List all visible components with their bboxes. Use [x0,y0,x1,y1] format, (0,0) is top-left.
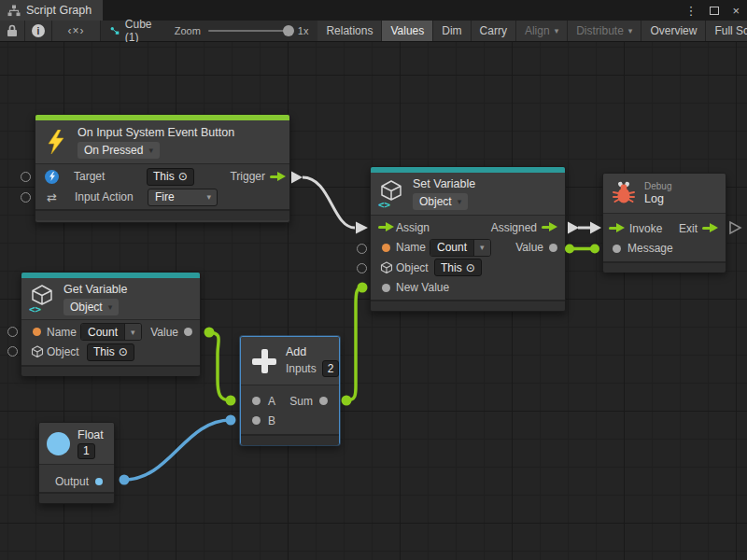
port-value-dot[interactable] [184,328,192,336]
a-label: A [268,395,275,408]
port-output-dot[interactable] [95,478,103,485]
node-title: Set Variable [413,177,475,190]
port-value-dot[interactable] [549,244,557,252]
menu-kebab-icon[interactable]: ⋮ [684,5,697,17]
lightning-icon [47,130,65,154]
setvar-scope-dropdown[interactable]: Object ▾ [413,193,468,210]
variable-cube-icon: <> [377,179,405,209]
info-icon: i [32,24,45,37]
object-picker-icon: ⊙ [466,261,475,274]
node-float-literal[interactable]: Float 1 Output [38,422,115,504]
carry-button[interactable]: Carry [472,21,516,41]
chevron-down-icon: ▾ [555,26,559,35]
wire-value-to-message[interactable] [565,245,599,254]
port-message-dot[interactable] [613,245,621,253]
event-mode-value: On Pressed [84,144,143,157]
align-button[interactable]: Align ▾ [516,21,568,41]
full-screen-button[interactable]: Full Screen [706,21,747,41]
zoom-slider-handle[interactable] [283,25,294,36]
close-icon[interactable]: × [732,5,740,17]
node-footer [371,300,565,311]
name-label: Name [47,326,80,339]
port-b-dot[interactable] [252,416,261,425]
message-label: Message [627,242,673,255]
port-event-target-input[interactable] [21,172,31,182]
object-value: This [441,261,462,274]
relations-button[interactable]: Relations [317,21,382,41]
node-debug-log[interactable]: Debug Log Invoke Exit Message [602,173,726,272]
dim-button[interactable]: Dim [433,21,471,41]
variable-name-dropdown[interactable]: Count ▾ [430,239,491,257]
chevron-down-icon: ▾ [108,302,113,312]
dim-label: Dim [442,24,461,37]
maximize-icon[interactable] [710,7,719,15]
wire-assigned-to-invoke[interactable] [568,222,601,234]
port-exit-triangle[interactable] [730,222,740,233]
values-label: Values [390,24,424,37]
node-add[interactable]: Add Inputs 2 A Sum [240,336,340,445]
flow-arrow-icon[interactable] [270,172,286,182]
port-getvar-name-input[interactable] [7,327,18,337]
object-field[interactable]: This ⊙ [434,259,482,276]
wire-getvalue-to-a[interactable] [204,328,236,406]
input-action-dropdown[interactable]: Fire ▾ [148,189,218,206]
variable-name-value: Count [430,240,473,256]
flow-arrow-icon[interactable] [702,223,718,233]
port-a-dot[interactable] [252,397,261,405]
graph-canvas[interactable]: On Input System Event Button On Pressed … [0,42,747,560]
wire-float-to-b[interactable] [120,415,236,485]
target-object-field[interactable]: This ⊙ [147,168,194,186]
zoom-slider[interactable] [208,30,290,32]
event-mode-dropdown[interactable]: On Pressed ▾ [78,142,160,159]
lock-icon [7,24,18,37]
getvar-scope-dropdown[interactable]: Object ▾ [63,299,119,315]
node-category: Debug [644,181,671,191]
float-circle-icon [47,432,70,455]
inputs-count-field[interactable]: 2 [322,360,340,377]
variable-name-dropdown[interactable]: Count ▾ [80,323,142,341]
collapse-icon: ‹×› [68,24,85,37]
object-picker-icon: ⊙ [178,170,188,183]
node-set-variable[interactable]: <> Set Variable Object ▾ Assign Assigne [370,166,566,312]
graph-target-label: Cube (1) [125,18,156,44]
chevron-down-icon: ▾ [628,26,633,35]
inputs-label: Inputs [286,362,317,375]
wire-trigger-to-assign[interactable] [291,172,368,234]
float-value-field[interactable]: 1 [78,443,95,459]
port-sum-dot[interactable] [319,397,328,405]
lock-button[interactable] [0,21,25,41]
flow-arrow-icon[interactable] [609,223,625,233]
variable-name-value: Count [81,324,124,340]
node-on-input-system-event-button[interactable]: On Input System Event Button On Pressed … [35,114,290,223]
object-picker-icon: ⊙ [119,345,128,358]
node-get-variable[interactable]: <> Get Variable Object ▾ Name Count [21,272,201,376]
script-graph-window: Script Graph ⋮ × i ‹×› [0,0,747,560]
port-new-value-dot[interactable] [382,284,390,292]
object-label: Object [396,261,434,274]
port-getvar-object-input[interactable] [7,346,18,357]
inspect-button[interactable]: i [25,21,52,41]
zoom-label: Zoom [175,25,201,36]
values-button[interactable]: Values [382,21,433,41]
input-action-icon: ⇄ [47,190,57,204]
graph-breadcrumb[interactable]: Cube (1) [101,21,165,41]
chevron-down-icon: ▾ [201,192,217,202]
overview-button[interactable]: Overview [641,21,706,41]
tab-script-graph[interactable]: Script Graph [0,0,103,21]
port-name-dot[interactable] [33,328,41,336]
wire-sum-to-newvalue[interactable] [342,283,368,406]
object-cube-icon [380,261,393,274]
port-event-action-input[interactable] [21,192,31,203]
port-setvar-name-input[interactable] [357,244,367,254]
port-name-dot[interactable] [382,244,390,252]
variable-cube-icon: <> [28,284,56,314]
object-value: This [93,345,115,358]
flow-arrow-icon[interactable] [542,222,557,232]
collapse-button[interactable]: ‹×› [52,21,101,41]
object-field[interactable]: This ⊙ [87,343,134,361]
port-setvar-object-input[interactable] [357,263,367,273]
carry-label: Carry [480,24,507,37]
flow-arrow-icon[interactable] [378,222,394,232]
chevron-down-icon: ▾ [148,146,153,155]
distribute-button[interactable]: Distribute ▾ [568,21,641,41]
